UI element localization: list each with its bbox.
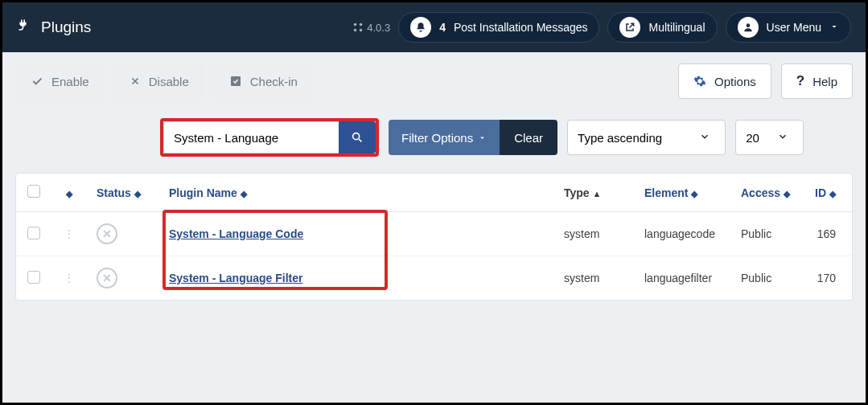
page-heading: Plugins	[17, 18, 352, 38]
plug-icon	[17, 18, 33, 38]
enable-label: Enable	[51, 75, 89, 88]
options-label: Options	[714, 75, 756, 88]
sort-icon: ◆	[66, 189, 72, 198]
svg-point-1	[360, 23, 363, 27]
limit-select[interactable]: 20	[735, 120, 804, 155]
cell-id: 170	[804, 256, 852, 301]
clear-button[interactable]: Clear	[500, 120, 557, 155]
status-toggle[interactable]: ✕	[97, 268, 117, 288]
sort-icon: ◆	[691, 189, 697, 198]
cell-access: Public	[731, 256, 804, 301]
filter-options-label: Filter Options	[401, 131, 473, 145]
notifications-count: 4	[439, 21, 446, 34]
sort-select[interactable]: Type ascending	[567, 120, 726, 155]
sort-icon: ◆	[241, 189, 247, 198]
status-toggle[interactable]: ✕	[97, 223, 117, 244]
row-checkbox[interactable]	[27, 227, 40, 239]
sort-icon: ◆	[829, 189, 836, 198]
question-icon: ?	[796, 73, 804, 89]
cell-id: 169	[804, 212, 852, 256]
bell-icon	[410, 17, 431, 38]
table-row: ⋮ ✕ System - Language Filter system lang…	[16, 256, 852, 301]
plugin-link[interactable]: System - Language Code	[169, 227, 303, 240]
chevron-down-icon	[694, 131, 715, 145]
version-label: 4.0.3	[352, 22, 390, 34]
usermenu-pill[interactable]: User Menu	[726, 12, 851, 43]
top-bar: Plugins 4.0.3 4 Post Installation Messag…	[2, 2, 866, 52]
filter-options-button[interactable]: Filter Options	[389, 120, 500, 155]
limit-label: 20	[746, 131, 759, 145]
page-title: Plugins	[41, 18, 91, 36]
cell-access: Public	[731, 212, 804, 256]
sort-asc-icon: ▲	[593, 189, 602, 198]
notifications-pill[interactable]: 4 Post Installation Messages	[398, 12, 599, 43]
cell-element: languagefilter	[635, 256, 731, 301]
clear-label: Clear	[514, 131, 543, 145]
search-icon	[351, 131, 364, 144]
topbar-right: 4.0.3 4 Post Installation Messages Multi…	[352, 12, 851, 43]
col-order[interactable]: ◆	[51, 174, 87, 212]
chevron-down-icon	[772, 131, 793, 145]
disable-button[interactable]: Disable	[114, 63, 204, 99]
col-type[interactable]: Type ▲	[554, 174, 635, 212]
plugins-table: ◆ Status ◆ Plugin Name ◆ Type ▲ Element …	[16, 174, 852, 300]
external-link-icon	[619, 17, 640, 38]
col-id[interactable]: ID ◆	[804, 174, 852, 212]
col-element[interactable]: Element ◆	[635, 174, 731, 212]
notifications-label: Post Installation Messages	[454, 21, 588, 34]
disable-label: Disable	[149, 75, 189, 88]
svg-point-2	[354, 29, 357, 32]
multilingual-label: Multilingual	[648, 21, 705, 34]
version-text: 4.0.3	[367, 22, 390, 34]
action-toolbar: Enable Disable Check-in Options ? Help	[15, 63, 853, 99]
search-input[interactable]	[163, 121, 339, 153]
filter-row: Filter Options Clear Type ascending 20	[15, 118, 853, 157]
sort-icon: ◆	[784, 189, 790, 198]
svg-point-0	[354, 23, 357, 27]
svg-point-6	[353, 133, 360, 140]
content-area: Enable Disable Check-in Options ? Help F…	[2, 52, 866, 403]
sort-label: Type ascending	[578, 131, 662, 145]
row-checkbox[interactable]	[27, 271, 40, 284]
chevron-down-icon	[829, 21, 839, 34]
multilingual-pill[interactable]: Multilingual	[607, 12, 717, 43]
drag-handle-icon[interactable]: ⋮	[64, 272, 75, 284]
plugins-table-card: ◆ Status ◆ Plugin Name ◆ Type ▲ Element …	[15, 173, 853, 301]
plugin-link[interactable]: System - Language Filter	[169, 272, 302, 284]
checkin-button[interactable]: Check-in	[214, 63, 313, 99]
select-all-checkbox[interactable]	[27, 185, 40, 198]
cell-element: languagecode	[635, 212, 731, 256]
user-icon	[738, 17, 759, 38]
svg-point-4	[746, 23, 750, 27]
checkin-label: Check-in	[250, 75, 298, 88]
search-button[interactable]	[339, 121, 376, 153]
sort-icon: ◆	[134, 189, 141, 198]
usermenu-label: User Menu	[767, 21, 821, 34]
enable-button[interactable]: Enable	[15, 63, 105, 99]
svg-point-3	[360, 29, 363, 32]
search-highlight-box	[160, 118, 379, 157]
help-button[interactable]: ? Help	[781, 63, 853, 99]
chevron-down-icon	[478, 133, 487, 142]
cell-type: system	[554, 256, 635, 301]
help-label: Help	[812, 75, 837, 88]
drag-handle-icon[interactable]: ⋮	[64, 227, 75, 240]
cell-type: system	[554, 212, 635, 256]
table-row: ⋮ ✕ System - Language Code system langua…	[16, 212, 852, 256]
col-access[interactable]: Access ◆	[731, 174, 804, 212]
options-button[interactable]: Options	[678, 63, 771, 99]
col-status[interactable]: Status ◆	[87, 174, 159, 212]
col-name[interactable]: Plugin Name ◆	[159, 174, 554, 212]
